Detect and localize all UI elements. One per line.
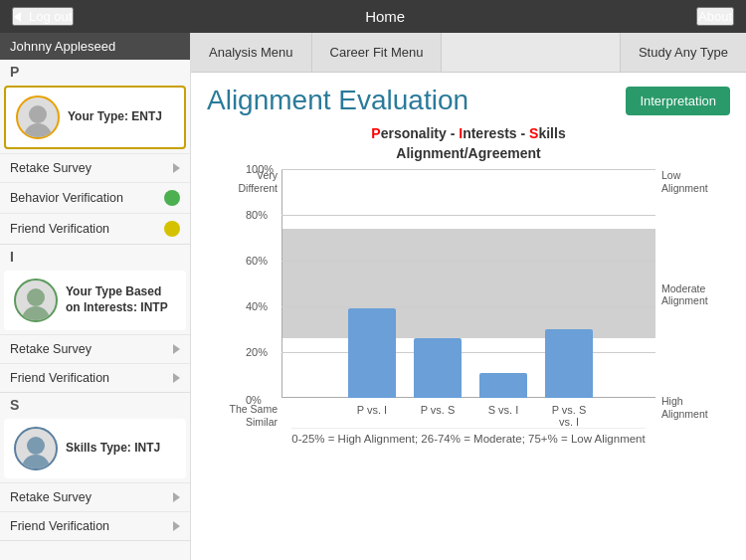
content-header: Alignment Evaluation Interpretation: [207, 85, 730, 116]
bottom-legend: 0-25% = High Alignment; 26-74% = Moderat…: [291, 428, 645, 447]
sidebar-profile-card-p: Your Type: ENTJ: [4, 86, 186, 149]
profile-type-p: Your Type: ENTJ: [68, 109, 162, 125]
avatar-s: [14, 427, 58, 470]
sidebar-retake-survey-p[interactable]: Retake Survey: [0, 153, 190, 182]
page-title: Alignment Evaluation: [207, 85, 468, 116]
section-letter-s: S: [0, 393, 190, 415]
bar-2: [479, 373, 527, 398]
x-label-0: P vs. I: [348, 404, 396, 428]
y-tick-0: 0%: [246, 394, 262, 406]
sidebar-friend-verification-i[interactable]: Friend Verification: [0, 363, 190, 392]
right-label-high: HighAlignment: [661, 395, 730, 420]
section-letter-i: I: [0, 245, 190, 267]
y-tick-40: 40%: [246, 300, 268, 312]
s-letter: S: [529, 125, 538, 141]
avatar-i: [14, 279, 58, 322]
main-layout: Johnny Appleseed P Your Type: ENTJ Retak…: [0, 33, 746, 560]
right-label-low: LowAlignment: [661, 169, 730, 194]
right-labels: LowAlignment ModerateAlignment HighAlign…: [655, 169, 730, 428]
y-tick-100: 100%: [246, 163, 274, 175]
right-label-moderate: ModerateAlignment: [661, 282, 730, 307]
logout-button[interactable]: Log out: [12, 7, 74, 26]
p-letter: P: [371, 125, 380, 141]
avatar-body-s: [22, 455, 50, 468]
avatar-head-p: [29, 105, 47, 123]
avatar-body-p: [24, 123, 52, 137]
chevron-right-icon-s: [173, 492, 180, 502]
bars-area: [285, 169, 655, 398]
sidebar-section-p: P Your Type: ENTJ Retake Survey Behavior…: [0, 60, 190, 245]
bar-group: [414, 338, 462, 398]
sidebar-friend-verification-p[interactable]: Friend Verification: [0, 213, 190, 244]
y-tick-60: 60%: [246, 255, 268, 267]
sidebar-user-name: Johnny Appleseed: [0, 33, 190, 60]
dot-green-icon: [164, 190, 180, 206]
sidebar-retake-survey-s[interactable]: Retake Survey: [0, 482, 190, 511]
tab-spacer: [442, 33, 619, 72]
chevron-right-icon-i: [173, 344, 180, 354]
chart-wrapper: VeryDifferent . The SameSimilar: [207, 169, 730, 428]
i-letter: I: [459, 125, 463, 141]
sidebar-section-i: I Your Type Based on Interests: INTP Ret…: [0, 245, 190, 393]
tab-study-any-type[interactable]: Study Any Type: [620, 33, 746, 72]
chevron-right-icon-i2: [173, 373, 180, 383]
y-tick-80: 80%: [246, 209, 268, 221]
avatar-p: [16, 95, 60, 139]
content-area: Analysis Menu Career Fit Menu Study Any …: [191, 33, 746, 560]
avatar-figure-p: [18, 97, 58, 137]
chevron-right-icon-s2: [173, 521, 180, 531]
profile-type-s: Skills Type: INTJ: [66, 441, 160, 457]
section-letter-p: P: [0, 60, 190, 82]
y-label-bottom: The SameSimilar: [230, 403, 278, 428]
bar-group: [545, 329, 593, 398]
y-tick-20: 20%: [246, 346, 268, 358]
avatar-head-i: [27, 288, 45, 306]
chart-plot: 100% 80% 60% 40% 20% 0%: [281, 169, 655, 398]
tab-analysis-menu[interactable]: Analysis Menu: [191, 33, 312, 72]
sidebar-friend-verification-s[interactable]: Friend Verification: [0, 511, 190, 540]
main-content: Alignment Evaluation Interpretation Pers…: [191, 73, 746, 560]
bar-1: [414, 338, 462, 398]
y-axis-line: [281, 169, 282, 398]
bar-3: [545, 329, 593, 398]
home-title: Home: [365, 8, 405, 25]
chart-subtitle: Alignment/Agreement: [396, 145, 540, 161]
profile-type-i: Your Type Based on Interests: INTP: [66, 284, 176, 315]
y-axis-labels: VeryDifferent . The SameSimilar: [207, 169, 281, 428]
tab-bar: Analysis Menu Career Fit Menu Study Any …: [191, 33, 746, 73]
about-button[interactable]: About: [696, 7, 734, 26]
sidebar-retake-survey-i[interactable]: Retake Survey: [0, 334, 190, 363]
tab-career-fit-menu[interactable]: Career Fit Menu: [312, 33, 443, 72]
avatar-figure-s: [16, 429, 56, 468]
x-label-2: S vs. I: [479, 404, 527, 428]
x-label-3: P vs. S vs. I: [545, 404, 593, 428]
chevron-right-icon: [173, 163, 180, 173]
avatar-figure-i: [16, 280, 56, 320]
avatar-body-i: [22, 306, 50, 320]
dot-yellow-icon: [164, 221, 180, 237]
x-label-1: P vs. S: [414, 404, 462, 428]
bar-group: [479, 373, 527, 398]
bar-group: [348, 308, 396, 398]
sidebar-behavior-verification[interactable]: Behavior Verification: [0, 182, 190, 213]
chart-main: 100% 80% 60% 40% 20% 0%: [281, 169, 655, 428]
bar-0: [348, 308, 396, 398]
chart-title: Personality - Interests - Skills Alignme…: [371, 124, 565, 163]
interpretation-button[interactable]: Interpretation: [626, 87, 730, 115]
sidebar-profile-card-s: Skills Type: INTJ: [4, 419, 186, 478]
sidebar: Johnny Appleseed P Your Type: ENTJ Retak…: [0, 33, 191, 560]
top-navigation: Log out Home About: [0, 0, 746, 33]
chart-container: Personality - Interests - Skills Alignme…: [207, 124, 730, 447]
sidebar-profile-card-i: Your Type Based on Interests: INTP: [4, 271, 186, 330]
avatar-head-s: [27, 437, 45, 455]
x-axis-labels: P vs. IP vs. SS vs. IP vs. S vs. I: [285, 398, 655, 428]
chevron-left-icon: [14, 12, 21, 22]
sidebar-section-s: S Skills Type: INTJ Retake Survey Friend…: [0, 393, 190, 541]
